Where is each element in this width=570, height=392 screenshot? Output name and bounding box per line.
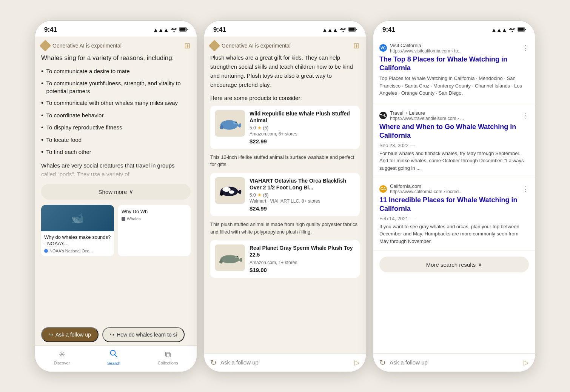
nav-collections-1[interactable]: ⧉ Collections (158, 350, 178, 365)
phone1-content: Generative AI is experimental ⊞ Whales s… (35, 37, 197, 372)
related-card-img-0: 🐋 (41, 205, 114, 231)
refresh-icon-2: ↻ (210, 358, 217, 367)
product-rating-1: 5.0 ★ (6) (250, 192, 355, 198)
bullet-item: To display reproductive fitness (41, 123, 191, 132)
result-source-info-0: Visit California https://www.visitcalifo… (390, 43, 462, 54)
signal-icon-2: ▲▲▲ (322, 27, 338, 33)
more-results-button[interactable]: More search results ∨ (379, 257, 529, 272)
result-date-2: Feb 14, 2021 — (379, 216, 529, 221)
send-icon-3[interactable]: ▷ (524, 358, 529, 367)
svg-line-3 (115, 355, 117, 357)
follow-up-scroll-1: ↪ Ask a follow up ↪ How do whales learn … (35, 324, 197, 345)
review-count-0: (5) (263, 125, 269, 131)
related-card-source-1: Whales (122, 217, 187, 221)
svg-point-13 (235, 189, 236, 189)
product-card-1[interactable]: VIAHART Octavius The Orca Blackfish Over… (210, 173, 360, 216)
product-name-2: Real Planet Gray Sperm Whale Plush Toy 2… (250, 244, 355, 258)
ai-banner-text-1: Generative AI is experimental (52, 43, 122, 49)
rating-value-0: 5.0 (250, 125, 256, 131)
source-name-1: Whales (127, 217, 141, 221)
product-info-0: Wild Republic Blue Whale Plush Stuffed A… (250, 110, 355, 145)
battery-icon-3 (518, 27, 526, 33)
search-result-0[interactable]: VC Visit California https://www.visitcal… (373, 37, 535, 104)
followup-input-3[interactable] (390, 359, 520, 366)
ask-followup-bar-2: ↻ ▷ (204, 353, 366, 372)
discover-label: Discover (54, 361, 70, 365)
bullet-item: To communicate a desire to mate (41, 67, 191, 75)
ask-followup-chip[interactable]: ↪ Ask a follow up (41, 327, 99, 342)
product-name-1: VIAHART Octavius The Orca Blackfish Over… (250, 177, 355, 191)
signal-icon-3: ▲▲▲ (491, 27, 507, 33)
products-label: Here are some products to consider: (210, 95, 360, 101)
battery-icon-1 (179, 27, 188, 33)
related-card-0[interactable]: 🐋 Why do whales make sounds? - NOAA's...… (41, 205, 114, 256)
result-source-url-2: https://www.california.com › incred... (390, 189, 462, 194)
phone2-content: Generative AI is experimental ⊞ Plush wh… (204, 37, 366, 372)
ai-banner-1: Generative AI is experimental ⊞ (35, 37, 197, 53)
result-title-2[interactable]: 11 Incredible Places for Whale Watching … (379, 196, 529, 214)
product-name-0: Wild Republic Blue Whale Plush Stuffed A… (250, 110, 355, 124)
phone3-content: VC Visit California https://www.visitcal… (373, 37, 535, 372)
search-results-scroll[interactable]: VC Visit California https://www.visitcal… (373, 37, 535, 353)
nav-search-1[interactable]: Search (107, 349, 120, 366)
more-icon-1[interactable]: ⋮ (522, 111, 529, 120)
ai-banner-2: Generative AI is experimental ⊞ (204, 37, 366, 53)
noaa-logo (44, 249, 48, 253)
product-card-0[interactable]: Wild Republic Blue Whale Plush Stuffed A… (210, 106, 360, 149)
result-source-name-1: Travel + Leisure (390, 110, 464, 116)
battery-icon-2 (348, 27, 357, 33)
show-more-label: Show more (99, 189, 127, 195)
related-card-1[interactable]: Why Do Wh Whales (118, 205, 191, 256)
result-favicon-0: VC (379, 44, 387, 52)
svg-point-11 (229, 190, 234, 194)
status-time-1: 9:41 (44, 26, 57, 34)
more-icon-0[interactable]: ⋮ (522, 44, 529, 52)
status-time-3: 9:41 (382, 26, 395, 34)
result-source-left-0: VC Visit California https://www.visitcal… (379, 43, 462, 54)
result-source-info-2: California.com https://www.california.co… (390, 183, 462, 194)
status-time-2: 9:41 (213, 26, 226, 34)
status-bar-3: 9:41 ▲▲▲ (373, 21, 535, 37)
result-title-0[interactable]: The Top 8 Places for Whale Watching in C… (379, 55, 529, 73)
more-icon-2[interactable]: ⋮ (522, 185, 529, 193)
result-source-name-2: California.com (390, 183, 462, 189)
scroll-area-1[interactable]: Whales sing for a variety of reasons, in… (35, 53, 197, 324)
svg-rect-1 (180, 28, 186, 31)
ai-heading-1: Whales sing for a variety of reasons, in… (41, 53, 191, 63)
result-source-url-1: https://www.travelandleisure.com › ... (390, 116, 464, 121)
refresh-icon-3: ↻ (379, 358, 386, 367)
how-whales-chip[interactable]: ↪ How do whales learn to si (102, 327, 185, 342)
rating-value-1: 5.0 (250, 192, 256, 198)
related-card-title-1: Why Do Wh (122, 209, 187, 215)
product-price-1: $24.99 (250, 205, 355, 212)
followup-input-2[interactable] (220, 359, 351, 366)
chevron-down-icon-3: ∨ (478, 261, 482, 268)
product-source-0: Amazon.com, 6+ stores (250, 131, 355, 137)
grid-icon-2[interactable]: ⊞ (353, 41, 360, 50)
send-icon-2[interactable]: ▷ (354, 358, 360, 367)
phone-3: 9:41 ▲▲▲ VC Visit California https://w (373, 20, 535, 372)
result-title-1[interactable]: Where and When to Go Whale Watching in C… (379, 123, 529, 140)
search-result-1[interactable]: T+L Travel + Leisure https://www.travela… (373, 104, 535, 177)
svg-point-16 (237, 256, 238, 257)
product-scroll[interactable]: Plush whales are a great gift for kids. … (204, 53, 366, 353)
status-icons-2: ▲▲▲ (322, 27, 357, 33)
product-img-2 (215, 244, 245, 271)
show-more-button[interactable]: Show more ∨ (41, 184, 191, 200)
collections-label: Collections (158, 361, 178, 365)
nav-discover-1[interactable]: ✳ Discover (54, 350, 70, 365)
related-card-body-1: Why Do Wh Whales (118, 205, 191, 225)
chip-arrow-icon: ↪ (110, 332, 114, 338)
related-card-title-0: Why do whales make sounds? - NOAA's... (44, 234, 111, 247)
ai-banner-text-2: Generative AI is experimental (222, 43, 291, 49)
bullet-item: To coordinate behavior (41, 111, 191, 120)
bottom-section-1: ↪ Ask a follow up ↪ How do whales learn … (35, 324, 197, 372)
ai-banner-left-2: Generative AI is experimental (210, 42, 291, 50)
grid-icon-1[interactable]: ⊞ (184, 41, 191, 50)
product-card-2[interactable]: Real Planet Gray Sperm Whale Plush Toy 2… (210, 240, 360, 277)
nav-bar-1: ✳ Discover Search ⧉ Collections (35, 345, 197, 372)
result-date-1: Sep 23, 2022 — (379, 143, 529, 148)
search-icon (109, 349, 118, 360)
search-result-2[interactable]: CA California.com https://www.california… (373, 177, 535, 251)
result-favicon-2: CA (379, 185, 387, 193)
